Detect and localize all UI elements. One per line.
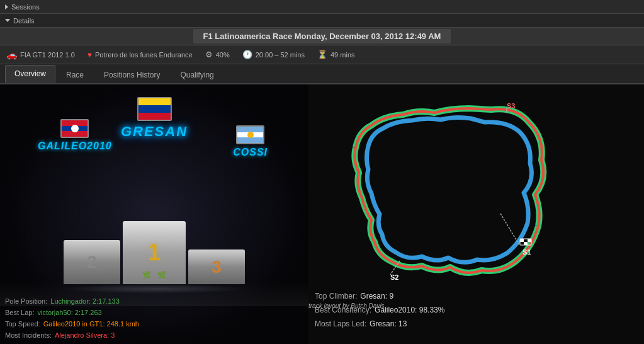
tab-positions-history-label: Positions History [104, 71, 160, 79]
first-place-block: 1 🌿 🌿 [123, 221, 186, 284]
tab-qualifying-label: Qualifying [180, 71, 213, 79]
podium-blocks: 2 1 🌿 🌿 3 [64, 221, 245, 284]
svg-rect-3 [524, 242, 528, 245]
tabs-bar: Overview Race Positions History Qualifyi… [0, 64, 644, 84]
duration-label: 49 mins [330, 51, 355, 59]
best-lap-value: victorjah50: 2:17.263 [37, 307, 101, 318]
third-place-number: 3 [212, 257, 222, 277]
first-place-name: GRESAN [121, 123, 188, 140]
info-bar: 🚗 FIA GT1 2012 1.0 ♥ Potrero de los fune… [0, 45, 644, 64]
sector-s2-label: S2 [390, 273, 398, 281]
top-speed-value: Galileo2010 in GT1: 248.1 kmh [43, 318, 139, 330]
sector-s1-label: S1 [523, 248, 531, 256]
third-place-flag [236, 125, 264, 144]
track-credit-prefix: track layout by [308, 302, 349, 309]
tab-positions-history[interactable]: Positions History [94, 66, 169, 83]
tab-qualifying[interactable]: Qualifying [171, 66, 223, 83]
clock-icon: 🕐 [242, 50, 252, 59]
svg-rect-1 [520, 239, 524, 242]
car-info: 🚗 FIA GT1 2012 1.0 [6, 50, 75, 60]
top-climber-row: Top Climber: Gresan: 9 [315, 289, 638, 303]
tab-race[interactable]: Race [57, 66, 93, 83]
most-laps-led-label: Most Laps Led: [315, 317, 366, 331]
second-place-number: 2 [87, 252, 97, 272]
car-icon: 🚗 [6, 50, 17, 60]
top-climber-label: Top Climber: [315, 289, 357, 303]
time-range-label: 20:00 – 52 mins [256, 51, 305, 59]
track-info: ♥ Potrero de los funes Endurance [88, 50, 193, 59]
best-lap-label: Best Lap: [5, 307, 34, 318]
track-map-svg: S3 S2 S1 [315, 91, 554, 286]
track-map-container: S3 S2 S1 [315, 91, 638, 286]
throttle-info: ⚙ 40% [205, 50, 230, 59]
bottom-stats: Pole Position: Luchingador: 2:17.133 Bes… [5, 295, 139, 341]
tab-overview-label: Overview [14, 69, 46, 78]
first-place-number: 1 [148, 239, 161, 266]
track-label: Potrero de los funes Endurance [95, 51, 193, 59]
third-place-name: COSSI [233, 147, 268, 158]
most-incidents-label: Most Incidents: [5, 330, 52, 341]
sessions-bar[interactable]: Sessions [0, 0, 644, 14]
pole-value: Luchingador: 2:17.133 [50, 295, 119, 307]
duration-info: ⏳ 49 mins [317, 50, 355, 59]
second-place-block: 2 [64, 240, 120, 284]
best-consitency-value: Galileo2010: 98.33% [375, 303, 444, 317]
top-speed-row: Top Speed: Galileo2010 in GT1: 248.1 kmh [5, 318, 139, 330]
pole-position-row: Pole Position: Luchingador: 2:17.133 [5, 295, 139, 307]
car-label: FIA GT1 2012 1.0 [20, 51, 75, 59]
track-credit: track layout by Butch Davis [308, 302, 385, 309]
left-panel: GRESAN GALILEO2010 [0, 84, 308, 344]
second-place-name: GALILEO2010 [38, 140, 112, 152]
top-speed-label: Top Speed: [5, 318, 40, 330]
most-laps-led-value: Gresan: 13 [370, 317, 407, 331]
second-place-flag [60, 119, 89, 138]
details-label: Details [13, 17, 35, 25]
most-incidents-row: Most Incidents: Alejandro Silvera: 3 [5, 330, 139, 341]
track-credit-author: Butch Davis [351, 302, 384, 309]
race-title: F1 Latinoamerica Race Monday, December 0… [193, 29, 451, 43]
sessions-toggle-icon [5, 4, 8, 9]
sessions-label: Sessions [11, 3, 40, 11]
heart-icon: ♥ [88, 50, 92, 59]
time-range-info: 🕐 20:00 – 52 mins [242, 50, 305, 59]
top-climber-value: Gresan: 9 [360, 289, 393, 303]
right-panel: S3 S2 S1 track layout by Butch Davis [308, 84, 644, 344]
third-place-block: 3 [188, 249, 245, 284]
right-stats: Top Climber: Gresan: 9 Best Consitency: … [315, 289, 638, 331]
most-incidents-value: Alejandro Silvera: 3 [55, 330, 115, 341]
svg-rect-2 [528, 239, 531, 242]
details-toggle-icon [5, 19, 10, 22]
title-bar: F1 Latinoamerica Race Monday, December 0… [0, 28, 644, 45]
throttle-label: 40% [216, 51, 230, 59]
most-laps-led-row: Most Laps Led: Gresan: 13 [315, 317, 638, 331]
podium-second-place: GALILEO2010 [38, 119, 112, 152]
gauge-icon: ⚙ [205, 50, 213, 59]
podium-third-place: COSSI [233, 125, 268, 158]
best-lap-row: Best Lap: victorjah50: 2:17.263 [5, 307, 139, 318]
podium-first-place: GRESAN [121, 97, 188, 140]
laurel-wreath: 🌿 🌿 [142, 271, 166, 279]
pole-label: Pole Position: [5, 295, 47, 307]
sector-s3-label: S3 [507, 102, 515, 110]
hourglass-icon: ⏳ [317, 50, 327, 59]
main-content: GRESAN GALILEO2010 [0, 84, 644, 344]
podium-reflection [60, 284, 249, 294]
first-place-flag [137, 97, 172, 121]
tab-overview[interactable]: Overview [5, 65, 55, 83]
tab-race-label: Race [66, 71, 84, 79]
podium-area: GRESAN GALILEO2010 [0, 84, 308, 344]
details-bar[interactable]: Details [0, 14, 644, 28]
